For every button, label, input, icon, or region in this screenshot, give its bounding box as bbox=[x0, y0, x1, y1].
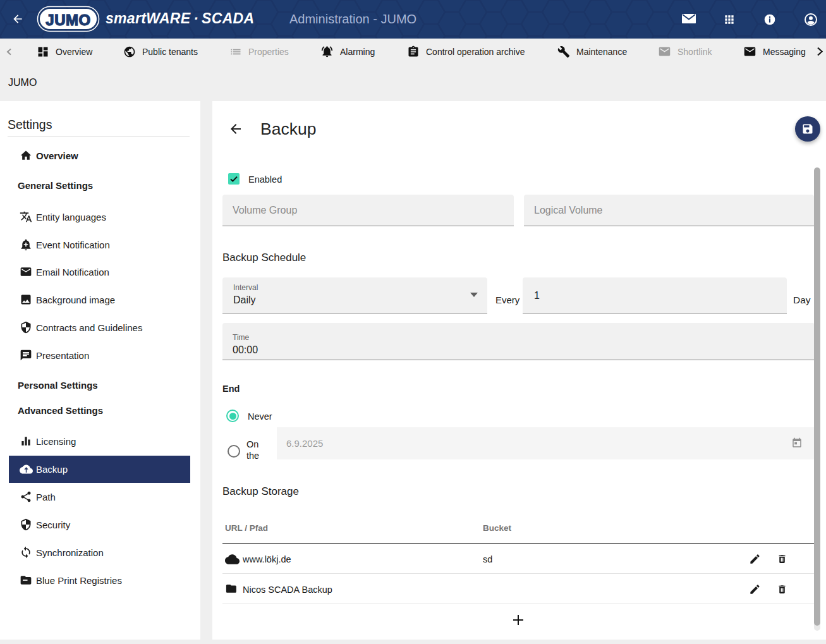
svg-text:JUMO: JUMO bbox=[46, 11, 90, 28]
